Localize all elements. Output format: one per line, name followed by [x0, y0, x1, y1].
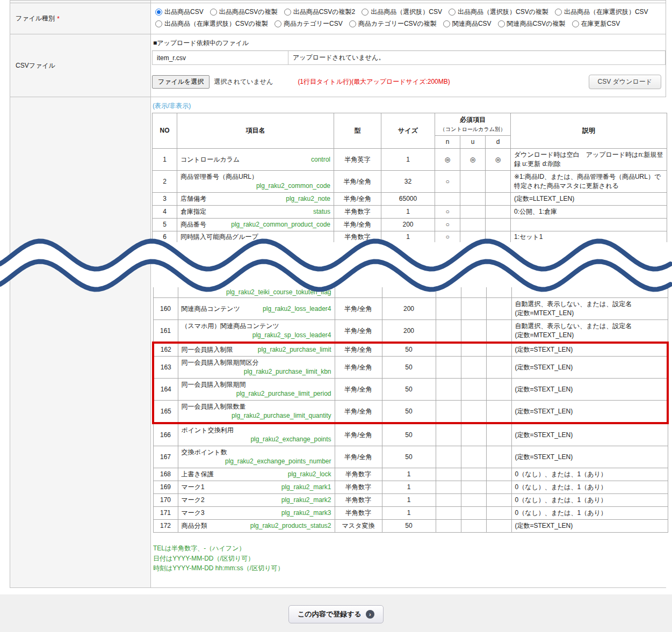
no-file-selected-text: 選択されていません — [214, 77, 273, 86]
cell-size: 1 — [381, 149, 435, 171]
pending-file-status: アップロードされていません。 — [288, 51, 666, 65]
cell-no: 166 — [153, 423, 178, 446]
file-type-option[interactable]: 関連商品CSV — [443, 19, 492, 29]
header-u: u — [460, 136, 486, 149]
choose-file-button[interactable]: ファイルを選択 — [152, 75, 209, 89]
cell-desc: 0（なし）、または、1（あり） — [511, 494, 668, 507]
cell-name: 店舗備考plg_raku2_note — [177, 193, 334, 206]
radio-label: 関連商品CSVの複製 — [507, 19, 566, 29]
radio-label: 在庫更新CSV — [581, 19, 620, 29]
file-type-option[interactable]: 出品商品CSVの複製2 — [284, 7, 356, 17]
cell-name: 関連商品コンテンツplg_raku2_loss_leader4 — [178, 298, 335, 320]
file-select-row: ファイルを選択 選択されていません (1行目タイトル行)(最大アップロードサイズ… — [152, 75, 666, 89]
arrow-circle-icon: › — [366, 610, 374, 619]
sliver-label-cell — [10, 1, 151, 3]
file-type-option[interactable]: 出品商品（選択肢）CSVの複製 — [449, 7, 548, 17]
radio-icon[interactable] — [349, 20, 356, 27]
radio-icon[interactable] — [155, 9, 162, 16]
cell-type: 半角/全角 — [335, 357, 382, 379]
cell-name: 商品管理番号（商品URL）plg_raku2_common_code — [177, 171, 334, 193]
field-name: 商品分類 — [182, 522, 207, 529]
radio-icon[interactable] — [498, 20, 505, 27]
cell-desc: (定数=STEXT_LEN) — [511, 379, 668, 401]
file-type-option[interactable]: 出品商品CSV — [155, 7, 204, 17]
spec-row-165: 165同一会員購入制限数量plg_raku2_purchase_limit_qu… — [153, 401, 668, 424]
cell-type: 半角数字 — [334, 231, 381, 242]
cell-req-n — [436, 446, 461, 468]
previous-row-sliver — [10, 1, 666, 3]
file-type-option[interactable]: 在庫更新CSV — [572, 19, 620, 29]
cell-type: 半角数字 — [335, 468, 382, 481]
header-required: 必須項目 （コントロールカラム別） — [435, 113, 511, 136]
cell-type: 半角/全角 — [335, 423, 382, 446]
cell-type: 半角/全角 — [335, 320, 382, 343]
cell-req-d — [486, 231, 511, 242]
file-type-row: ファイル種別 * 出品商品CSV出品商品CSVの複製出品商品CSVの複製2出品商… — [10, 3, 666, 34]
cell-req-n — [436, 357, 461, 379]
cell-req-n — [435, 193, 460, 206]
radio-icon[interactable] — [155, 20, 162, 27]
field-code: plg_raku2_common_product_code — [231, 220, 330, 229]
cell-req-u — [461, 507, 486, 520]
cell-no: 162 — [153, 343, 178, 357]
footer-band: この内容で登録する › — [0, 594, 672, 632]
cell-req-d — [486, 468, 511, 481]
file-type-option[interactable]: 出品商品CSVの複製 — [210, 7, 278, 17]
radio-icon[interactable] — [572, 20, 579, 27]
submit-button[interactable]: この内容で登録する › — [288, 605, 384, 623]
header-name: 項目名 — [177, 113, 334, 149]
file-type-option[interactable]: 関連商品CSVの複製 — [498, 19, 566, 29]
spec-row-170: 170マーク2plg_raku2_mark2半角数字10（なし）、または、1（あ… — [153, 494, 668, 507]
radio-icon[interactable] — [443, 20, 450, 27]
radio-icon[interactable] — [210, 9, 217, 16]
file-type-option[interactable]: 出品商品（在庫選択肢）CSV — [555, 7, 648, 17]
csv-file-row: CSVファイル ■アップロード依頼中のファイル item_r.csv アップロー… — [10, 34, 666, 97]
header-no: NO — [153, 113, 177, 149]
cell-name: 同一会員購入制限plg_raku2_purchase_limit — [178, 343, 335, 357]
sliver-content-cell — [151, 1, 666, 3]
header-type: 型 — [334, 113, 381, 149]
radio-icon[interactable] — [555, 9, 562, 16]
cell-desc: 0:公開、1:倉庫 — [511, 206, 667, 219]
cell-desc: 0（なし）、または、1（あり） — [511, 507, 668, 520]
cell-type: 半角/全角 — [335, 298, 382, 320]
spec-row-166: 166ポイント交換利用plg_raku2_exchange_points半角/全… — [153, 423, 668, 446]
cell-req-d — [486, 206, 511, 219]
cell-req-n — [436, 423, 461, 446]
cell-req-n: ◎ — [435, 149, 460, 171]
radio-icon[interactable] — [274, 20, 281, 27]
cell-req-d — [486, 507, 511, 520]
csv-download-button[interactable]: CSV ダウンロード — [589, 75, 661, 89]
field-name: 同一会員購入制限期間区分 — [182, 359, 259, 366]
cell-no: 165 — [153, 401, 178, 424]
file-type-option[interactable]: 商品カテゴリーCSVの複製 — [349, 19, 437, 29]
file-type-option[interactable]: 出品商品（在庫選択肢）CSVの複製 — [155, 19, 268, 29]
cell-desc — [511, 287, 668, 298]
spec-row-5: 5商品番号plg_raku2_common_product_code半角/全角2… — [153, 219, 667, 231]
header-required-main: 必須項目 — [438, 115, 507, 125]
spec-row-161: 161（スマホ用）関連商品コンテンツplg_raku2_sp_loss_lead… — [153, 320, 668, 343]
spec-header-row: NO 項目名 型 サイズ 必須項目 （コントロールカラム別） 説明 — [153, 113, 667, 136]
radio-icon[interactable] — [362, 9, 368, 16]
cell-req-d — [486, 494, 511, 507]
footnotes: TELは半角数字、-（ハイフン）日付はYYYY-MM-DD（/区切り可）時刻はY… — [153, 543, 669, 573]
radio-icon[interactable] — [449, 9, 456, 16]
cell-type: マスタ変換 — [335, 520, 382, 533]
cell-desc: (定数=LLTEXT_LEN) — [511, 193, 667, 206]
cell-type — [335, 287, 382, 298]
cell-desc: 自動選択、表示しない、または、設定名 (定数=MTEXT_LEN) — [511, 320, 668, 343]
cell-type: 半角数字 — [335, 494, 382, 507]
cell-name: マーク1plg_raku2_mark1 — [178, 481, 335, 494]
cell-name: 同一会員購入制限数量plg_raku2_purchase_limit_quant… — [178, 401, 335, 424]
radio-icon[interactable] — [284, 9, 291, 16]
toggle-visibility-link[interactable]: (表示/非表示) — [153, 101, 191, 111]
field-name: 関連商品コンテンツ — [182, 305, 240, 313]
cell-req-n — [436, 507, 461, 520]
field-code: plg_raku2_exchange_points_number — [182, 457, 331, 466]
file-type-option[interactable]: 出品商品（選択肢）CSV — [362, 7, 442, 17]
header-n: n — [435, 136, 460, 149]
field-code: control — [311, 155, 330, 164]
cell-size: 1 — [382, 468, 436, 481]
field-code: plg_raku2_mark1 — [281, 483, 331, 492]
file-type-option[interactable]: 商品カテゴリーCSV — [274, 19, 343, 29]
